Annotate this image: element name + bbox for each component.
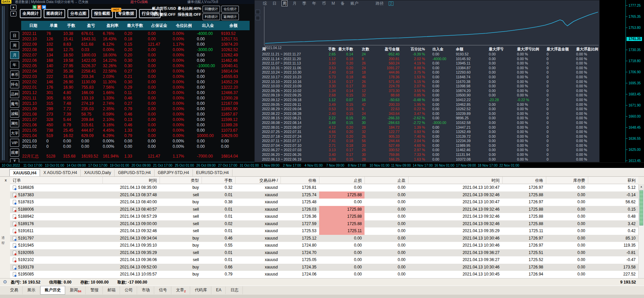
stats-row[interactable]: 2022.02 146 26.90 1130.09 11.30% 0.30 0.… [21, 79, 250, 85]
report-toolbar-item[interactable]: 路径 [375, 1, 384, 6]
weekly-row[interactable]: 2022.10.17 ~ 2022.10.23 5.73 0.18 46 178… [261, 75, 600, 80]
col-close-price[interactable]: 价格 [502, 177, 546, 184]
terminal-tab[interactable]: 公司 [121, 286, 137, 294]
symbol-tab[interactable]: XAUUSD,Daily [81, 169, 115, 176]
stats-side-button[interactable]: 回撤统计 [203, 6, 220, 12]
terminal-tab[interactable]: 市场 [138, 286, 154, 294]
history-row[interactable]: 5192055 2021.04.13 09:35:29 sell 0.01 xa… [10, 249, 638, 257]
stats-toolbar-button[interactable]: 分布点图 [68, 9, 89, 18]
stats-toolbar-button[interactable]: 全局统计 [20, 9, 41, 18]
stats-toolbar-button[interactable]: 报告截图 [91, 9, 113, 18]
weekly-row[interactable]: 2022.08.29 ~ 2022.09.04 0.53 0.15 6 22.6… [261, 107, 600, 112]
stats-toolbar-button[interactable]: 图表统计 [44, 9, 65, 18]
stats-row[interactable]: 2022.08 108 12.75 0.03 0.00% 0.20 0.00 0… [21, 47, 250, 52]
stats-row[interactable]: 2021.02 0 0.00 0.00 0.00% 0.00 0.00 0.00… [21, 144, 250, 149]
weekly-row[interactable]: 2022.09.19 ~ 2022.09.25 2.68 0.15 32 88.… [261, 93, 600, 98]
stats-nav-item[interactable]: 魔号 [10, 100, 19, 108]
weekly-row[interactable]: 2022.07.04 ~ 2022.07.10 2.71 0.18 20 527… [261, 143, 600, 148]
weekly-row[interactable]: 2022.07.25 ~ 2022.07.31 4.66 0.20 32 122… [261, 130, 600, 134]
terminal-tab[interactable]: 代码库 [191, 286, 211, 294]
col-open-time[interactable]: 时间 [102, 177, 160, 184]
stats-row[interactable]: 2022.03 222 31.68 203.34 2.03% 0.21 0.00… [21, 74, 250, 79]
report-toolbar-item[interactable]: 年 [311, 1, 317, 6]
stats-nav-item[interactable]: 观摩 [10, 148, 19, 157]
weekly-row[interactable]: 2022.11.07 ~ 2022.11.13 3.90 0.20 26 560… [261, 61, 600, 66]
scroll-down-button[interactable]: ▼ [10, 11, 16, 16]
terminal-tab[interactable]: 新闻84 [66, 286, 86, 294]
terminal-tab[interactable]: 信号 [155, 286, 171, 294]
weekly-row[interactable]: 2022.06.20 ~ 2022.06.26 3.40 0.17 30 759… [261, 153, 600, 157]
terminal-tab[interactable]: 展示 [23, 286, 40, 294]
stats-row[interactable]: 2022.06 168 19.58 1422.05 14.22% 0.30 0.… [21, 58, 250, 63]
panel-edge-button[interactable] [256, 10, 260, 14]
weekly-row[interactable]: 2022.11.14 ~ 2022.11.20 1.12 0.18 8 200.… [261, 57, 600, 61]
report-toolbar-item[interactable]: 周 [282, 0, 288, 6]
weekly-row[interactable]: 2022.08.15 ~ 2022.08.21 2.22 0.15 20 -26… [261, 116, 600, 121]
stats-row[interactable]: 2021.12 301 4.80 166.09 1.66% 0.11 0.00 … [21, 90, 250, 95]
stats-nav-item[interactable]: 波幅 [10, 110, 19, 118]
history-row[interactable]: 5188942 2021.04.13 08:57:29 sell 0.01 xa… [10, 213, 638, 220]
terminal-tab[interactable]: 邮箱 [103, 286, 120, 294]
stats-row[interactable]: 2021.03 0 0.00 0.00 0.00% 0.00 0.00 0.00… [21, 138, 250, 144]
stats-row[interactable]: 2021.06 450 8.79 315.61 3.16% 0.46 0.00 … [21, 122, 250, 128]
stats-row[interactable]: 2021.04 519 16.02 629.09 6.29% 0.79 0.00… [21, 133, 250, 138]
stats-row[interactable]: 2022.04 202 35.36 2258.41 22.58% 0.27 0.… [21, 69, 250, 74]
weekly-row[interactable]: 2022.10.10 ~ 2022.10.16 3.16 0.17 26 571… [261, 80, 600, 84]
history-row[interactable]: 5188006 2021.04.13 08:40:57 sell 0.01 xa… [10, 206, 638, 213]
weekly-row[interactable]: 2022.08.01 ~ 2022.08.07 4.12 0.20 28 184… [261, 125, 600, 130]
history-row[interactable]: 5191945 2021.04.13 09:35:10 buy 0.55 xau… [10, 242, 638, 249]
report-toolbar-item[interactable]: M [331, 1, 336, 6]
weekly-row[interactable]: 2022.09.05 ~ 2022.09.11 3.49 0.15 42 200… [261, 102, 600, 107]
history-row[interactable]: 5186826 2021.04.13 08:35:00 buy 0.32 xau… [10, 184, 638, 191]
weekly-row[interactable]: 2022.09.26 ~ 2022.10.02 1.34 0.14 12 373… [261, 89, 600, 93]
stats-row[interactable]: 2021.05 738 25.45 444.67 4.45% 1.33 0.00… [21, 128, 250, 133]
col-profit[interactable]: 获利 [588, 177, 638, 184]
stats-row[interactable]: 2022.11 76 10.38 676.01 6.76% 0.20 0.00 … [21, 31, 250, 36]
stats-side-button[interactable]: 返佣统计 [221, 13, 239, 20]
stats-nav-item[interactable]: 品种 [10, 90, 19, 98]
weekly-row[interactable]: 2022.09.12 ~ 2022.09.18 1.12 0.07 16 -50… [261, 98, 600, 102]
history-row[interactable]: 5191611 2021.04.13 09:32:46 sell 0.01 xa… [10, 227, 638, 235]
weekly-row[interactable]: 2022.08.08 ~ 2022.08.14 3.48 0.15 30 -28… [261, 121, 600, 125]
panel-edge-button[interactable] [256, 16, 260, 20]
symbol-tab[interactable]: XAUUSD,H4 [9, 169, 40, 176]
symbol-tab[interactable]: GBPUSD-STD,H4 [115, 169, 154, 176]
stats-nav-item[interactable]: 持仓 [10, 80, 19, 88]
report-toolbar-item[interactable]: 日 [272, 1, 277, 6]
col-take-profit[interactable]: 止盈 [364, 177, 408, 184]
stats-row[interactable]: 2022.05 140 27.95 3226.37 32.26% 0.30 0.… [21, 63, 250, 69]
history-row[interactable]: 5195085 2021.04.13 10:05:57 buy 0.79 xau… [10, 271, 638, 278]
col-open-price[interactable]: 价格 [281, 177, 319, 184]
report-toolbar-item[interactable]: 账户 [350, 1, 359, 6]
stats-nav-item[interactable]: 周 [10, 41, 19, 49]
report-toolbar-item[interactable]: 月 [292, 1, 297, 6]
stats-row[interactable]: 2021.08 273 7.39 58.75 0.59% 0.46 0.00 0… [21, 112, 250, 117]
weekly-row[interactable]: 2022.10.03 ~ 2022.10.09 3.30 0.17 30 224… [261, 84, 600, 89]
weekly-row[interactable]: 2022.10.24 ~ 2022.10.30 2.40 0.18 18 444… [261, 70, 600, 75]
col-lots[interactable]: 手数 [202, 177, 235, 184]
terminal-tab[interactable]: 日志 [226, 286, 243, 294]
report-toolbar-item[interactable]: 2 [389, 1, 393, 6]
stats-row[interactable]: 2022.07 134 18.50 1800.03 18.00% 0.20 0.… [21, 52, 250, 58]
close-panel-button[interactable]: x [3, 178, 8, 183]
weekly-row[interactable]: 2022.08.22 ~ 2022.08.28 2.40 0.15 24 343… [261, 112, 600, 116]
col-order[interactable]: 订单 [10, 177, 102, 184]
weekly-row[interactable]: 2022.10.31 ~ 2022.11.06 3.53 0.20 24 109… [261, 66, 600, 71]
history-row[interactable]: 5192102 2021.04.13 09:36:06 sell 0.01 xa… [10, 256, 638, 264]
stats-nav-item[interactable]: VIP [10, 139, 19, 147]
stats-nav-item[interactable]: 属性 [10, 119, 19, 127]
scrollbar-thumb[interactable] [639, 190, 643, 225]
stats-nav-item[interactable]: 单币 [10, 71, 19, 79]
stats-row[interactable]: 2021.10 315 7.48 274.19 2.74% 0.27 0.00 … [21, 101, 250, 106]
terminal-tab[interactable]: EA [212, 287, 226, 294]
weekly-row[interactable]: 2022.07.18 ~ 2022.07.24 3.72 0.20 26 905… [261, 134, 600, 139]
symbol-tab[interactable]: X AGUSD-STD,H4 [40, 169, 81, 176]
history-row[interactable]: 5191797 2021.04.13 09:34:04 buy 0.46 xau… [10, 235, 638, 242]
stats-row[interactable]: 2022.01 176 16.90 755.83 7.56% 0.29 0.00… [21, 85, 250, 90]
symbol-tab[interactable]: GBPJPY-STD,H4 [155, 169, 193, 176]
stats-nav-item[interactable]: 年 [10, 61, 19, 69]
history-row[interactable]: 5189176 2021.04.13 09:00:00 sell 0.02 xa… [10, 220, 638, 228]
terminal-tab[interactable]: 警报 [86, 286, 103, 294]
col-swap[interactable]: 库存费 [546, 177, 588, 184]
history-scrollbar[interactable]: ▲ [638, 184, 644, 278]
